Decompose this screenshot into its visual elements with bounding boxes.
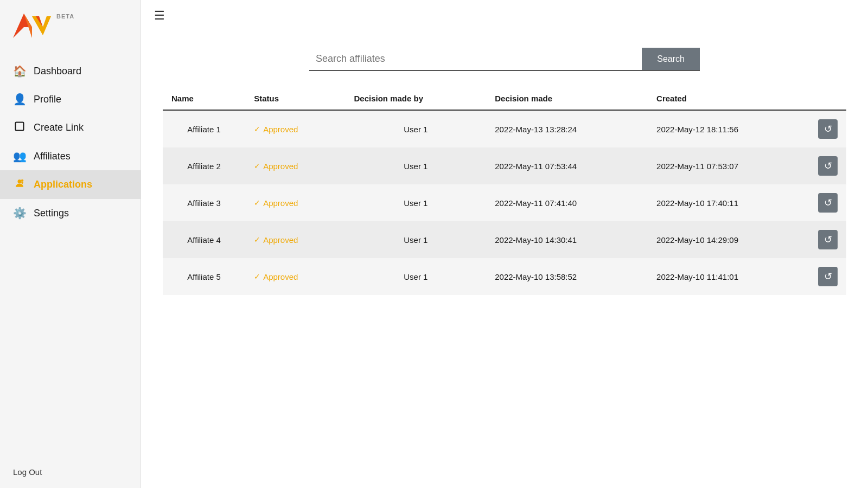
col-status: Status: [245, 87, 345, 110]
status-label: Approved: [263, 235, 298, 245]
col-decision-by: Decision made by: [345, 87, 486, 110]
sidebar-item-settings[interactable]: ⚙️ Settings: [0, 199, 141, 227]
cell-action: ↺: [809, 110, 846, 147]
search-area: Search: [141, 31, 868, 87]
cell-status: ✓ Approved: [245, 258, 345, 295]
cell-decision-by: User 1: [345, 147, 486, 184]
cell-decision-by: User 1: [345, 184, 486, 221]
table-row: Affiliate 1 ✓ Approved User 1 2022-May-1…: [163, 110, 846, 147]
search-input[interactable]: [309, 48, 642, 70]
cell-created: 2022-May-11 07:53:07: [648, 147, 809, 184]
beta-badge: BETA: [56, 13, 74, 20]
home-icon: 🏠: [13, 65, 26, 78]
cell-status: ✓ Approved: [245, 110, 345, 147]
sidebar-label-create-link: Create Link: [34, 122, 84, 133]
cell-name: Affiliate 4: [163, 221, 245, 258]
reset-button[interactable]: ↺: [818, 156, 838, 176]
status-label: Approved: [263, 125, 298, 134]
reset-button[interactable]: ↺: [818, 267, 838, 286]
check-icon: ✓: [254, 272, 260, 281]
sidebar-item-profile[interactable]: 👤 Profile: [0, 85, 141, 113]
cell-created: 2022-May-10 14:29:09: [648, 221, 809, 258]
sidebar-footer: Log Out: [0, 457, 141, 488]
check-icon: ✓: [254, 198, 260, 207]
cell-status: ✓ Approved: [245, 221, 345, 258]
table-row: Affiliate 2 ✓ Approved User 1 2022-May-1…: [163, 147, 846, 184]
check-icon: ✓: [254, 162, 260, 170]
cell-action: ↺: [809, 221, 846, 258]
cell-action: ↺: [809, 184, 846, 221]
table-row: Affiliate 4 ✓ Approved User 1 2022-May-1…: [163, 221, 846, 258]
sidebar-label-settings: Settings: [34, 208, 69, 219]
app-logo: [13, 11, 51, 41]
sidebar: BETA 🏠 Dashboard 👤 Profile Create Link 👥…: [0, 0, 141, 488]
col-action: [809, 87, 846, 110]
applications-icon: [13, 178, 26, 191]
sidebar-label-dashboard: Dashboard: [34, 66, 81, 77]
cell-decision-made: 2022-May-10 13:58:52: [486, 258, 648, 295]
table-header: Name Status Decision made by Decision ma…: [163, 87, 846, 110]
cell-decision-by: User 1: [345, 258, 486, 295]
main-content: ☰ Search Name Status Decision made by De…: [141, 0, 868, 488]
cell-action: ↺: [809, 258, 846, 295]
reset-button[interactable]: ↺: [818, 193, 838, 213]
svg-marker-2: [32, 16, 51, 35]
status-label: Approved: [263, 162, 298, 171]
top-bar: ☰: [141, 0, 868, 31]
search-button[interactable]: Search: [642, 48, 700, 70]
table-body: Affiliate 1 ✓ Approved User 1 2022-May-1…: [163, 110, 846, 295]
sidebar-nav: 🏠 Dashboard 👤 Profile Create Link 👥 Affi…: [0, 46, 141, 457]
link-icon: [13, 121, 26, 134]
sidebar-item-applications[interactable]: Applications: [0, 170, 141, 199]
sidebar-label-profile: Profile: [34, 94, 61, 105]
sidebar-item-create-link[interactable]: Create Link: [0, 113, 141, 142]
check-icon: ✓: [254, 235, 260, 244]
table-row: Affiliate 5 ✓ Approved User 1 2022-May-1…: [163, 258, 846, 295]
cell-name: Affiliate 2: [163, 147, 245, 184]
svg-point-5: [18, 179, 22, 183]
status-label: Approved: [263, 272, 298, 281]
cell-decision-made: 2022-May-11 07:41:40: [486, 184, 648, 221]
col-decision-made: Decision made: [486, 87, 648, 110]
reset-button[interactable]: ↺: [818, 230, 838, 249]
cell-name: Affiliate 3: [163, 184, 245, 221]
cell-name: Affiliate 5: [163, 258, 245, 295]
cell-decision-by: User 1: [345, 110, 486, 147]
col-created: Created: [648, 87, 809, 110]
hamburger-menu[interactable]: ☰: [154, 9, 165, 23]
search-container: Search: [309, 48, 700, 71]
sidebar-item-affiliates[interactable]: 👥 Affiliates: [0, 142, 141, 170]
affiliates-icon: 👥: [13, 150, 26, 163]
sidebar-logo: BETA: [0, 0, 141, 46]
settings-icon: ⚙️: [13, 207, 26, 220]
check-icon: ✓: [254, 125, 260, 133]
table-row: Affiliate 3 ✓ Approved User 1 2022-May-1…: [163, 184, 846, 221]
svg-rect-4: [16, 123, 24, 131]
sidebar-item-dashboard[interactable]: 🏠 Dashboard: [0, 57, 141, 85]
cell-created: 2022-May-10 11:41:01: [648, 258, 809, 295]
cell-action: ↺: [809, 147, 846, 184]
cell-status: ✓ Approved: [245, 147, 345, 184]
table-container: Name Status Decision made by Decision ma…: [141, 87, 868, 295]
sidebar-label-affiliates: Affiliates: [34, 151, 71, 162]
cell-decision-made: 2022-May-11 07:53:44: [486, 147, 648, 184]
status-label: Approved: [263, 198, 298, 208]
profile-icon: 👤: [13, 93, 26, 106]
cell-created: 2022-May-12 18:11:56: [648, 110, 809, 147]
cell-decision-by: User 1: [345, 221, 486, 258]
cell-name: Affiliate 1: [163, 110, 245, 147]
logout-link[interactable]: Log Out: [13, 467, 42, 477]
cell-created: 2022-May-10 17:40:11: [648, 184, 809, 221]
col-name: Name: [163, 87, 245, 110]
cell-decision-made: 2022-May-10 14:30:41: [486, 221, 648, 258]
sidebar-label-applications: Applications: [34, 179, 92, 190]
cell-status: ✓ Approved: [245, 184, 345, 221]
affiliates-table: Name Status Decision made by Decision ma…: [163, 87, 846, 295]
cell-decision-made: 2022-May-13 13:28:24: [486, 110, 648, 147]
reset-button[interactable]: ↺: [818, 119, 838, 139]
svg-point-6: [21, 179, 23, 182]
